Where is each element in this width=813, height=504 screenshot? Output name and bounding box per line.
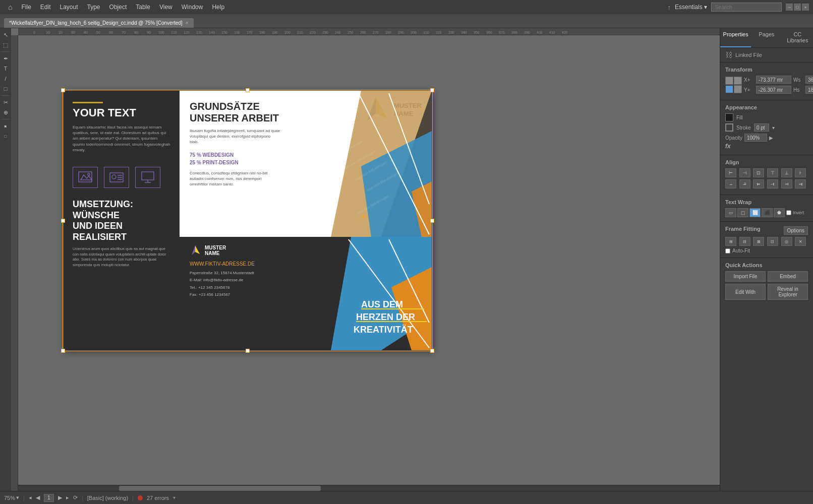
svg-text:310: 310 (423, 31, 429, 34)
canvas-content[interactable]: YOUR TEXT Equam sitauearhic illaut facea… (18, 35, 720, 491)
wrap-none[interactable]: ▭ (725, 208, 736, 217)
menu-file[interactable]: File (17, 3, 35, 12)
transform-origin-tr[interactable] (734, 77, 742, 85)
last-page-button[interactable]: ▸ (66, 494, 69, 501)
minimize-button[interactable]: ─ (786, 4, 793, 11)
fit-content-to-frame[interactable]: ⊞ (725, 237, 736, 246)
opacity-arrow[interactable]: ▶ (769, 135, 773, 141)
fill-color-swatch[interactable] (725, 113, 733, 121)
svg-text:340: 340 (461, 31, 467, 34)
align-center-h[interactable]: ⊣ (739, 168, 750, 177)
fit-content-proportionally[interactable]: ⊠ (753, 237, 764, 246)
shuffle-icon[interactable]: ⟳ (73, 494, 78, 501)
first-page-button[interactable]: ◀ (36, 494, 40, 501)
canvas-area[interactable]: 0 10 20 30 40 50 60 70 80 90 100 110 120… (11, 28, 720, 491)
zoom-dropdown-icon[interactable]: ▾ (16, 494, 19, 501)
menu-table[interactable]: Table (132, 3, 154, 12)
transform-x-input[interactable] (756, 76, 791, 84)
dist-center-v[interactable]: ⫤ (781, 179, 792, 188)
zoom-control[interactable]: 75% ▾ (4, 494, 19, 501)
share-icon[interactable]: ↑ (667, 4, 671, 11)
close-button[interactable]: × (802, 4, 809, 11)
svg-text:110: 110 (171, 31, 177, 34)
quick-actions-section: Quick Actions Import File Embed Edit Wit… (720, 258, 813, 306)
dist-center-h[interactable]: ⫡ (739, 179, 750, 188)
document-tab[interactable]: *Wickelfalzflyer_DIN_lang_hoch_6 seitig_… (4, 18, 194, 28)
transform-y-input[interactable] (756, 86, 791, 94)
transform-origin-tl[interactable] (725, 77, 733, 85)
menu-edit[interactable]: Edit (36, 3, 55, 12)
prev-page-button[interactable]: ◂ (29, 494, 32, 501)
tab-close-button[interactable]: × (186, 20, 189, 26)
align-top[interactable]: ⊤ (767, 168, 778, 177)
dist-top[interactable]: ⫣ (767, 179, 778, 188)
scroll-thumb[interactable] (119, 486, 321, 491)
line-tool[interactable]: / (1, 74, 10, 83)
opacity-input[interactable] (744, 134, 767, 142)
align-center-v[interactable]: ⊥ (781, 168, 792, 177)
tab-pages[interactable]: Pages (751, 28, 782, 47)
stroke-color-swatch[interactable] (725, 123, 733, 132)
svg-text:20: 20 (59, 31, 63, 34)
invert-checkbox-input[interactable] (786, 210, 791, 215)
menu-window[interactable]: Window (178, 3, 207, 12)
import-file-button[interactable]: Import File (725, 271, 766, 282)
frame-fitting-options-button[interactable]: Options (784, 226, 808, 235)
svg-text:280: 280 (385, 31, 391, 34)
embed-button[interactable]: Embed (768, 271, 808, 282)
fit-frame-to-content[interactable]: ⊟ (739, 237, 750, 246)
align-bottom[interactable]: ⊦ (795, 168, 806, 177)
wrap-bbox[interactable]: ▢ (737, 208, 748, 217)
tab-cc-libraries[interactable]: CC Libraries (782, 28, 813, 47)
fit-clear[interactable]: ✕ (795, 237, 806, 246)
next-page-button[interactable]: ▶ (58, 494, 62, 501)
home-icon[interactable]: ⌂ (4, 2, 16, 12)
icon-user-card (104, 167, 129, 188)
dist-right[interactable]: ⫢ (753, 179, 764, 188)
page-number-input[interactable] (44, 494, 54, 502)
pen-tool[interactable]: ✒ (1, 54, 10, 63)
menu-help[interactable]: Help (208, 3, 228, 12)
direct-select-tool[interactable]: ⬚ (1, 40, 10, 49)
error-dropdown[interactable]: ▾ (173, 495, 176, 500)
select-tool[interactable]: ↖ (1, 30, 10, 39)
wrap-jump[interactable]: ⬛ (762, 208, 773, 217)
menu-type[interactable]: Type (83, 3, 104, 12)
fill-frame-proportionally[interactable]: ⊡ (767, 237, 778, 246)
error-count: 27 errors (147, 495, 169, 501)
transform-h-input[interactable] (805, 86, 813, 94)
transform-origin-br[interactable] (734, 85, 742, 93)
maximize-button[interactable]: □ (794, 4, 801, 11)
dist-left[interactable]: ⫠ (725, 179, 736, 188)
edit-with-button[interactable]: Edit With (725, 284, 766, 300)
tab-properties[interactable]: Properties (720, 28, 751, 47)
align-right[interactable]: ⊡ (753, 168, 764, 177)
transform-origin-bl[interactable] (725, 85, 733, 93)
stroke-color[interactable]: □ (1, 132, 10, 141)
essentials-dropdown[interactable]: Essentials ▾ (675, 4, 707, 11)
reveal-in-explorer-button[interactable]: Reveal in Explorer (768, 284, 808, 300)
wrap-next-col[interactable]: ⬟ (774, 208, 785, 217)
fill-color[interactable]: ■ (1, 121, 10, 131)
dist-bottom[interactable]: ⫥ (795, 179, 806, 188)
rect-tool[interactable]: □ (1, 84, 10, 93)
invert-wrap-checkbox[interactable]: Invert (786, 210, 804, 215)
autofit-label: Auto-Fit (732, 248, 750, 254)
menu-layout[interactable]: Layout (56, 3, 82, 12)
align-left[interactable]: ⊢ (725, 168, 736, 177)
search-input[interactable] (711, 3, 782, 12)
stroke-value-input[interactable] (754, 123, 769, 132)
transform-w-input[interactable] (805, 76, 813, 84)
scissors-tool[interactable]: ✂ (1, 98, 10, 107)
zoom-tool[interactable]: ⊕ (1, 108, 10, 117)
menu-object[interactable]: Object (105, 3, 131, 12)
center-content[interactable]: ◎ (781, 237, 792, 246)
autofit-checkbox[interactable] (725, 248, 730, 254)
type-tool[interactable]: T (1, 64, 10, 73)
frame-fitting-title: Frame Fitting (725, 226, 761, 232)
wrap-object[interactable]: ⬜ (749, 208, 761, 217)
svg-marker-46 (81, 175, 92, 180)
menu-view[interactable]: View (155, 3, 177, 12)
fx-button[interactable]: fx (725, 143, 731, 150)
horizontal-scrollbar[interactable] (18, 485, 720, 491)
